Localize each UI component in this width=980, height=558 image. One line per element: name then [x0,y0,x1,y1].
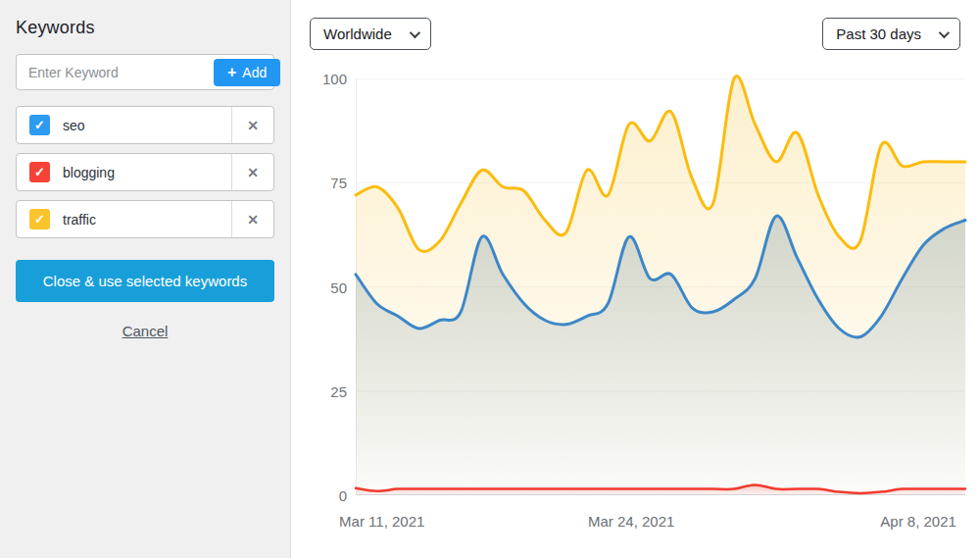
region-dropdown-value: Worldwide [323,25,392,42]
x-axis-tick-label: Mar 24, 2021 [588,513,674,530]
plus-icon: + [227,65,236,80]
date-range-dropdown[interactable]: Past 30 days [822,18,960,50]
keyword-row: ✓ traffic ✕ [16,200,274,238]
add-keyword-button[interactable]: + Add [214,59,280,86]
keyword-label: blogging [63,165,231,180]
remove-keyword-icon[interactable]: ✕ [232,154,273,190]
x-axis-tick-label: Apr 8, 2021 [880,513,956,530]
keyword-row: ✓ seo ✕ [16,106,274,144]
trends-chart [356,78,965,495]
keyword-checkbox[interactable]: ✓ [29,115,50,135]
y-axis-tick-label: 50 [291,279,347,295]
keyword-label: seo [63,118,231,133]
keyword-input[interactable] [21,65,214,80]
cancel-link[interactable]: Cancel [122,323,169,339]
x-axis-tick-label: Mar 11, 2021 [339,513,424,530]
y-axis-tick-label: 25 [291,382,347,399]
trends-chart-panel: Worldwide Past 30 days 0255075100 Mar 11… [291,0,980,558]
add-button-label: Add [242,65,267,80]
keyword-input-box: + Add [16,54,274,90]
remove-keyword-icon[interactable]: ✕ [232,107,273,143]
chevron-down-icon [939,26,950,37]
y-axis-tick-label: 100 [291,71,347,87]
cancel-wrap: Cancel [16,323,274,340]
y-axis-tick-label: 75 [291,175,347,191]
keyword-checkbox[interactable]: ✓ [29,162,50,182]
remove-keyword-icon[interactable]: ✕ [232,201,273,237]
keyword-trends-modal: Keywords + Add ✓ seo ✕ ✓ blogging ✕ ✓ tr… [0,0,980,558]
keyword-checkbox[interactable]: ✓ [29,209,50,229]
chevron-down-icon [410,26,420,37]
keyword-row: ✓ blogging ✕ [16,153,274,191]
date-range-dropdown-value: Past 30 days [836,25,921,42]
y-axis-tick-label: 0 [291,487,347,504]
sidebar-title: Keywords [16,18,274,38]
region-dropdown[interactable]: Worldwide [310,18,431,50]
keywords-sidebar: Keywords + Add ✓ seo ✕ ✓ blogging ✕ ✓ tr… [0,0,291,558]
close-use-keywords-button[interactable]: Close & use selected keywords [16,260,274,302]
keyword-label: traffic [63,212,231,228]
